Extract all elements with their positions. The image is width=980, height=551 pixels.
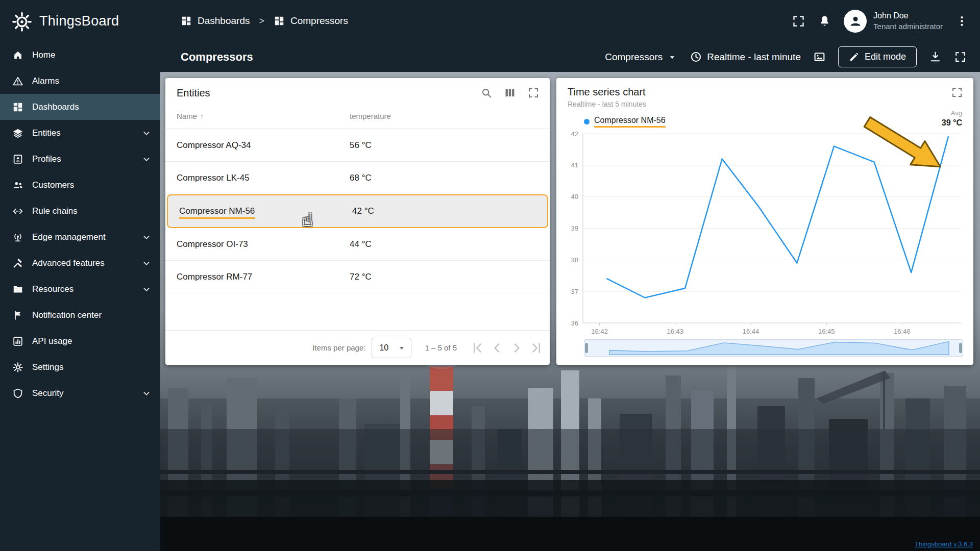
- image-icon[interactable]: [813, 51, 826, 63]
- svg-text:42: 42: [571, 130, 578, 138]
- cell-temperature: 56 °C: [338, 140, 550, 151]
- svg-text:16:45: 16:45: [818, 328, 835, 335]
- dashboard-toolbar-actions: Compressors Realtime - last minute Edit …: [605, 46, 967, 67]
- sidebar-item-notification-center[interactable]: Notification center: [0, 302, 160, 328]
- chevron-down-icon: [141, 154, 152, 165]
- sidebar-item-entities[interactable]: Entities: [0, 120, 160, 146]
- menu-item-label: Alarms: [32, 76, 152, 86]
- svg-text:16:46: 16:46: [894, 328, 911, 335]
- settings-icon: [12, 362, 23, 373]
- pagination-buttons: [470, 340, 544, 356]
- dashboard-title: Compressors: [181, 51, 253, 64]
- sidebar-item-resources[interactable]: Resources: [0, 276, 160, 302]
- sidebar-item-api-usage[interactable]: API usage: [0, 328, 160, 354]
- column-header-temperature[interactable]: temperature: [338, 112, 550, 120]
- thingsboard-logo[interactable]: ThingsBoard: [0, 0, 160, 42]
- svg-text:38: 38: [571, 256, 578, 264]
- warning-icon: [12, 76, 23, 87]
- timewindow-button[interactable]: Realtime - last minute: [690, 51, 801, 63]
- sidebar-item-profiles[interactable]: Profiles: [0, 146, 160, 172]
- resources-icon: [12, 284, 23, 295]
- table-row-compressor-rm-77[interactable]: Compressor RM-77 72 °C: [165, 261, 550, 293]
- sidebar-item-edge-management[interactable]: Edge management: [0, 224, 160, 250]
- edit-mode-label: Edit mode: [865, 52, 906, 62]
- sidebar-item-home[interactable]: Home: [0, 42, 160, 68]
- dashboards-icon: [181, 15, 192, 27]
- legend-item[interactable]: Compressor NM-56: [584, 116, 666, 128]
- table-row-compressor-lk-45[interactable]: Compressor LK-45 68 °C: [165, 162, 550, 194]
- table-row-compressor-oi-73[interactable]: Compressor OI-73 44 °C: [165, 228, 550, 261]
- chart-titles: Time series chart Realtime - last 5 minu…: [568, 86, 951, 108]
- user-menu[interactable]: John Doe Tenant administrator: [844, 10, 943, 33]
- columns-icon[interactable]: [504, 87, 516, 99]
- menu-item-label: API usage: [32, 336, 152, 346]
- sidebar-item-security[interactable]: Security: [0, 380, 160, 406]
- edit-mode-button[interactable]: Edit mode: [838, 46, 917, 67]
- entities-title: Entities: [177, 87, 480, 99]
- fullscreen-icon[interactable]: [792, 14, 805, 28]
- page-range: 1 – 5 of 5: [425, 343, 457, 352]
- breadcrumb-compressors[interactable]: Compressors: [274, 15, 348, 27]
- legend-dot: [584, 119, 590, 124]
- home-icon: [12, 49, 23, 61]
- cell-name: Compressor RM-77: [165, 272, 338, 282]
- sidebar-item-customers[interactable]: Customers: [0, 172, 160, 198]
- chevron-down-icon: [141, 284, 152, 295]
- search-icon[interactable]: [480, 87, 493, 99]
- menu-item-label: Dashboards: [32, 102, 152, 112]
- thingsboard-app: ThingsBoard Home Alarms Dashboards Entit…: [0, 0, 980, 551]
- chart-navigator[interactable]: [584, 339, 963, 357]
- svg-text:16:43: 16:43: [667, 328, 684, 335]
- topbar: Dashboards > Compressors John Doe: [160, 0, 980, 42]
- menu-item-label: Resources: [32, 284, 132, 294]
- fullscreen-icon[interactable]: [954, 51, 967, 63]
- avatar[interactable]: [844, 10, 867, 33]
- dashboards-icon: [12, 102, 23, 113]
- user-role: Tenant administrator: [873, 21, 943, 32]
- chart-legend-row: Compressor NM-56 Avg 39 °C: [556, 108, 973, 128]
- items-per-page-select[interactable]: 10: [372, 338, 411, 358]
- menu-item-label: Notification center: [32, 310, 152, 320]
- breadcrumb-separator: >: [259, 16, 264, 27]
- menu-item-label: Advanced features: [32, 258, 132, 268]
- breadcrumb-dashboards[interactable]: Dashboards: [181, 15, 250, 27]
- state-label: Compressors: [605, 52, 663, 63]
- sidebar-item-advanced-features[interactable]: Advanced features: [0, 250, 160, 276]
- cell-name: Compressor AQ-34: [165, 140, 338, 151]
- menu-item-label: Home: [32, 50, 152, 60]
- table-row-compressor-nm-56[interactable]: Compressor NM-56 42 °C: [167, 194, 548, 228]
- sidebar-item-rule-chains[interactable]: Rule chains: [0, 198, 160, 224]
- previous-page-icon[interactable]: [489, 340, 505, 356]
- table-header: Name ↑ temperature: [165, 104, 550, 129]
- fullscreen-icon[interactable]: [951, 86, 963, 98]
- breadcrumb-label: Compressors: [290, 15, 348, 27]
- column-header-name[interactable]: Name ↑: [177, 112, 338, 120]
- breadcrumb-label: Dashboards: [198, 15, 250, 27]
- version-link[interactable]: Thingsboard v.3.6.3: [915, 540, 973, 548]
- sidebar-item-alarms[interactable]: Alarms: [0, 68, 160, 94]
- menu-item-label: Security: [32, 388, 132, 398]
- sidebar-item-settings[interactable]: Settings: [0, 354, 160, 380]
- aggregation-summary: Avg 39 °C: [942, 109, 962, 128]
- dashboard-state-selector[interactable]: Compressors: [605, 52, 677, 63]
- menu-item-label: Customers: [32, 180, 152, 190]
- entities-widget-header: Entities: [165, 78, 550, 104]
- last-page-icon[interactable]: [528, 340, 544, 356]
- table-spacer: [165, 293, 550, 330]
- sidebar: ThingsBoard Home Alarms Dashboards Entit…: [0, 0, 160, 551]
- next-page-icon[interactable]: [509, 340, 524, 356]
- table-row-compressor-aq-34[interactable]: Compressor AQ-34 56 °C: [165, 129, 550, 162]
- advanced-icon: [12, 258, 23, 269]
- app-title: ThingsBoard: [39, 13, 119, 29]
- fullscreen-icon[interactable]: [527, 87, 540, 99]
- kebab-menu-icon[interactable]: [955, 14, 969, 28]
- download-icon[interactable]: [929, 51, 942, 63]
- navigator-mini-chart[interactable]: [584, 339, 963, 357]
- notifications-bell-icon[interactable]: [818, 14, 831, 28]
- sidebar-item-dashboards[interactable]: Dashboards: [0, 94, 160, 120]
- dashboard-content: Entities Name ↑: [160, 72, 980, 551]
- timewindow-label: Realtime - last minute: [707, 52, 801, 63]
- first-page-icon[interactable]: [470, 340, 485, 356]
- svg-text:37: 37: [571, 288, 578, 295]
- menu-item-label: Settings: [32, 362, 152, 372]
